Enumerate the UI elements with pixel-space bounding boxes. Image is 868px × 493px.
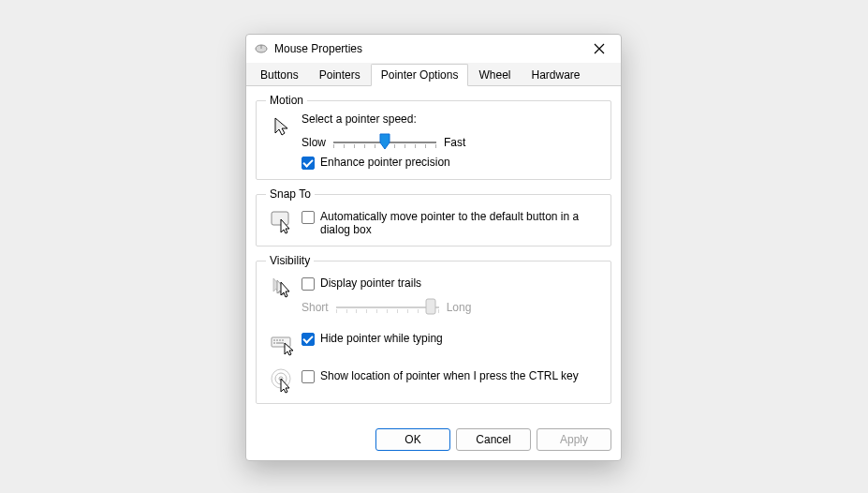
pointer-speed-slider[interactable]	[333, 133, 436, 152]
ctrl-locate-checkbox[interactable]: Show location of pointer when I press th…	[302, 369, 603, 383]
trails-label: Display pointer trails	[320, 276, 421, 290]
slow-label: Slow	[302, 136, 326, 149]
trails-icon	[270, 275, 296, 301]
close-button[interactable]	[585, 35, 613, 63]
mouse-icon	[254, 43, 269, 54]
enhance-precision-input[interactable]	[302, 157, 315, 170]
window-title: Mouse Properties	[274, 42, 585, 55]
svg-rect-2	[272, 212, 288, 225]
snapto-legend: Snap To	[266, 187, 315, 201]
ctrl-locate-icon	[270, 367, 296, 394]
visibility-group: Visibility Display pointer trails	[256, 254, 611, 404]
tab-strip: Buttons Pointers Pointer Options Wheel H…	[246, 63, 621, 86]
svg-rect-6	[276, 339, 278, 341]
tab-hardware[interactable]: Hardware	[521, 64, 590, 86]
hide-typing-checkbox[interactable]: Hide pointer while typing	[302, 332, 603, 346]
fast-label: Fast	[444, 136, 465, 149]
pointer-speed-thumb[interactable]	[379, 133, 390, 150]
svg-rect-5	[273, 339, 275, 341]
svg-rect-8	[282, 339, 284, 341]
trails-short-label: Short	[302, 301, 329, 314]
motion-group: Motion Select a pointer speed: Slow	[256, 94, 611, 180]
svg-rect-7	[279, 339, 281, 341]
snapto-input[interactable]	[302, 211, 315, 224]
trails-input[interactable]	[302, 277, 315, 291]
tab-buttons[interactable]: Buttons	[250, 64, 309, 86]
tab-content: Motion Select a pointer speed: Slow	[246, 86, 621, 404]
tab-wheel[interactable]: Wheel	[468, 64, 521, 86]
trails-checkbox[interactable]: Display pointer trails	[302, 276, 603, 291]
mouse-properties-dialog: Mouse Properties Buttons Pointers Pointe…	[245, 34, 622, 461]
ctrl-locate-label: Show location of pointer when I press th…	[320, 369, 579, 382]
enhance-precision-label: Enhance pointer precision	[320, 156, 450, 169]
hide-typing-label: Hide pointer while typing	[320, 332, 443, 345]
trails-long-label: Long	[447, 301, 472, 314]
titlebar: Mouse Properties	[246, 35, 621, 63]
apply-button: Apply	[537, 428, 611, 451]
cancel-button[interactable]: Cancel	[456, 428, 531, 451]
motion-cursor-icon	[270, 114, 296, 141]
enhance-precision-checkbox[interactable]: Enhance pointer precision	[302, 156, 603, 170]
dialog-footer: OK Cancel Apply	[375, 428, 611, 451]
ok-button[interactable]: OK	[375, 428, 450, 451]
svg-rect-3	[426, 299, 435, 314]
snapto-icon	[270, 208, 296, 234]
hide-typing-icon	[270, 330, 296, 356]
motion-legend: Motion	[266, 94, 307, 107]
pointer-speed-label: Select a pointer speed:	[302, 112, 603, 126]
snapto-group: Snap To Automatically move pointer to th…	[256, 187, 611, 246]
trails-slider	[336, 298, 439, 317]
hide-typing-input[interactable]	[302, 333, 315, 346]
svg-rect-10	[276, 342, 284, 344]
tab-pointer-options[interactable]: Pointer Options	[371, 64, 469, 86]
trails-thumb	[425, 298, 436, 315]
svg-rect-9	[273, 342, 275, 344]
visibility-legend: Visibility	[266, 254, 314, 267]
snapto-label: Automatically move pointer to the defaul…	[320, 210, 603, 236]
ctrl-locate-input[interactable]	[302, 370, 315, 383]
tab-pointers[interactable]: Pointers	[309, 64, 371, 86]
snapto-checkbox[interactable]: Automatically move pointer to the defaul…	[302, 210, 603, 236]
